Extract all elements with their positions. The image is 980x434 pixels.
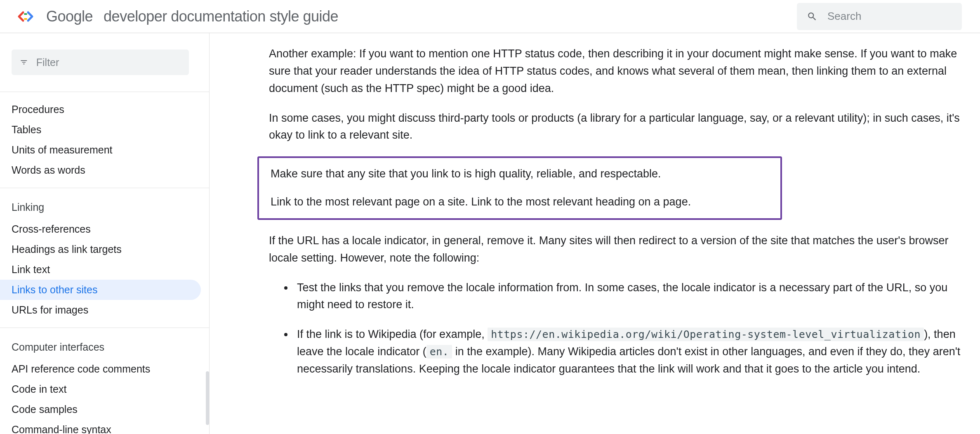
nav-group-computer-interfaces: Computer interfaces API reference code c… [0, 328, 209, 434]
site-title: developer documentation style guide [104, 8, 338, 25]
filter-icon [20, 58, 28, 67]
nav-item-words-as-words[interactable]: Words as words [0, 160, 201, 180]
highlight-box: Make sure that any site that you link to… [257, 156, 782, 220]
article-content: Another example: If you want to mention … [236, 33, 980, 434]
content-gutter [210, 33, 236, 434]
nav-item-procedures[interactable]: Procedures [0, 99, 201, 120]
nav-item-code-samples[interactable]: Code samples [0, 399, 201, 420]
paragraph: Make sure that any site that you link to… [271, 165, 769, 183]
nav-item-code-in-text[interactable]: Code in text [0, 379, 201, 399]
developers-logo-icon [17, 11, 34, 22]
paragraph: In some cases, you might discuss third-p… [269, 110, 972, 144]
filter-box[interactable] [12, 50, 189, 75]
nav-group-linking: Linking Cross-references Headings as lin… [0, 188, 209, 328]
svg-rect-0 [24, 18, 27, 20]
nav-item-links-to-other-sites[interactable]: Links to other sites [0, 280, 201, 300]
nav-item-cross-references[interactable]: Cross-references [0, 219, 201, 239]
left-nav: Procedures Tables Units of measurement W… [0, 33, 210, 434]
nav-item-command-line-syntax[interactable]: Command-line syntax [0, 420, 201, 434]
site-header: Google developer documentation style gui… [0, 0, 980, 33]
nav-heading-computer-interfaces: Computer interfaces [0, 335, 209, 359]
google-wordmark: Google [46, 8, 93, 25]
filter-input[interactable] [36, 57, 181, 68]
list-item: Test the links that you remove the local… [294, 279, 972, 314]
nav-item-link-text[interactable]: Link text [0, 259, 201, 280]
paragraph: Another example: If you want to mention … [269, 45, 972, 97]
inline-code: en. [426, 345, 452, 359]
nav-item-urls-for-images[interactable]: URLs for images [0, 300, 201, 320]
search-icon [807, 11, 817, 22]
inline-code: https://en.wikipedia.org/wiki/Operating-… [488, 328, 924, 341]
paragraph: If the URL has a locale indicator, in ge… [269, 232, 972, 267]
nav-group: Procedures Tables Units of measurement W… [0, 92, 209, 188]
svg-rect-1 [24, 13, 27, 15]
list-item: If the link is to Wikipedia (for example… [294, 326, 972, 378]
bullet-list: Test the links that you remove the local… [269, 279, 972, 378]
nav-item-units-of-measurement[interactable]: Units of measurement [0, 140, 201, 160]
search-input[interactable] [827, 10, 952, 23]
search-box[interactable] [797, 3, 962, 30]
nav-heading-linking: Linking [0, 196, 209, 219]
nav-item-api-reference-code-comments[interactable]: API reference code comments [0, 359, 201, 379]
text-run: If the link is to Wikipedia (for example… [297, 328, 488, 340]
paragraph: Link to the most relevant page on a site… [271, 193, 769, 211]
nav-item-headings-as-link-targets[interactable]: Headings as link targets [0, 239, 201, 259]
nav-item-tables[interactable]: Tables [0, 120, 201, 140]
